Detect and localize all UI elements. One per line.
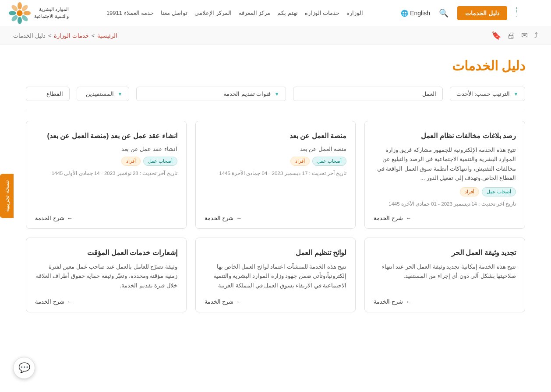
main-content: دليل الخدمات ▼ الترتيب حسب: الأحدث العمل…	[13, 45, 538, 330]
filter-channel[interactable]: ▼ قنوات تقديم الخدمة	[136, 87, 286, 101]
tag-individuals-3: أفراد	[121, 157, 141, 166]
nav-ministry[interactable]: الوزارة	[346, 10, 363, 16]
breadcrumb-home[interactable]: الرئيسية	[97, 32, 117, 39]
card-4-link[interactable]: ← شرح الخدمة	[374, 298, 411, 305]
main-nav: خدمة العملاء 19911 تواصل معنا المركز الإ…	[106, 10, 364, 16]
card-5-footer: ← شرح الخدمة	[205, 295, 347, 305]
nav-media[interactable]: المركز الإعلامي	[194, 10, 232, 16]
tag-employers-3: أصحاب عمل	[143, 157, 177, 166]
svg-point-6	[9, 11, 16, 15]
nav-ministry-services[interactable]: خدمات الوزارة	[305, 10, 340, 16]
tag-employers: أصحاب عمل	[482, 187, 516, 196]
arrow-icon-6: ←	[67, 298, 73, 305]
card-1: رصد بلاغات مخالفات نظام العمل تتيح هذه ا…	[364, 121, 525, 229]
card-6-title: إشعارات خدمات العمل المؤقت	[35, 248, 177, 258]
search-button[interactable]: 🔍	[439, 8, 449, 18]
card-3-tags: أصحاب عمل أفراد	[35, 157, 177, 166]
svg-point-8	[11, 4, 19, 12]
email-button[interactable]: ✉	[521, 31, 528, 40]
card-6-desc: وثيقة تصرّح للعامل بالعمل عند صاحب عمل م…	[35, 262, 177, 290]
breadcrumb-sep-2: >	[48, 32, 52, 39]
nav-customers[interactable]: خدمة العملاء 19911	[106, 10, 154, 16]
ministry-logo: الموارد البشرية والتنمية الاجتماعية	[9, 2, 69, 24]
card-3-footer: ← شرح الخدمة	[35, 211, 177, 221]
filter-sort[interactable]: ▼ الترتيب حسب: الأحدث	[450, 87, 525, 101]
svg-point-3	[17, 10, 22, 16]
card-1-footer: ← شرح الخدمة	[374, 211, 516, 221]
header-right: VISION 2030 KINGDOM OF SAUDI ARABIA دليل…	[401, 4, 542, 22]
card-2-subtitle: منصة العمل عن بعد	[205, 146, 347, 152]
side-tab[interactable]: نسخة تجريبية	[0, 174, 14, 218]
card-1-title: رصد بلاغات مخالفات نظام العمل	[374, 131, 516, 141]
card-2-date: تاريخ آخر تحديث : 17 ديسمبر 2023 - 04 جم…	[205, 170, 347, 176]
svg-point-5	[18, 17, 22, 24]
card-4-footer: ← شرح الخدمة	[374, 295, 516, 305]
guide-button[interactable]: دليل الخدمات	[457, 6, 507, 20]
card-4-desc: تتيح هذه الخدمة إمكانية تجديد وثيقة العم…	[374, 262, 516, 281]
toolbar: ⤴ ✉ 🖨 🔖	[491, 31, 538, 40]
share-button[interactable]: ⤴	[534, 31, 538, 40]
globe-icon: 🌐	[401, 10, 408, 17]
chevron-channel-icon: ▼	[274, 91, 279, 97]
breadcrumb-sep-1: >	[92, 32, 95, 39]
nav-contact[interactable]: تواصل معنا	[161, 10, 187, 16]
page-title: دليل الخدمات	[26, 58, 525, 74]
nav-knowledge[interactable]: مركز المعرفة	[239, 10, 271, 16]
arrow-icon-2: ←	[236, 215, 242, 221]
print-button[interactable]: 🖨	[507, 31, 515, 40]
card-6: إشعارات خدمات العمل المؤقت وثيقة تصرّح ل…	[26, 238, 187, 312]
card-1-tags: أصحاب عمل أفراد	[374, 187, 516, 196]
nav-care[interactable]: نهتم بكم	[277, 10, 298, 16]
card-4: تجديد وثيقة العمل الحر تتيح هذه الخدمة إ…	[364, 238, 525, 312]
svg-point-7	[23, 11, 31, 15]
svg-point-9	[21, 14, 29, 22]
card-6-footer: ← شرح الخدمة	[35, 295, 177, 305]
arrow-icon-4: ←	[406, 298, 411, 305]
card-5: لوائح تنظيم العمل تتيح هذه الخدمة للمنشآ…	[195, 238, 356, 312]
card-2-tags: أصحاب عمل أفراد	[205, 157, 347, 166]
card-2-footer: ← شرح الخدمة	[205, 211, 347, 221]
card-2: منصة العمل عن بعد منصة العمل عن بعد أصحا…	[195, 121, 356, 229]
vision-logo: VISION 2030 KINGDOM OF SAUDI ARABIA	[516, 4, 542, 22]
card-2-link[interactable]: ← شرح الخدمة	[205, 215, 242, 221]
card-2-title: منصة العمل عن بعد	[205, 131, 347, 141]
arrow-icon: ←	[406, 215, 411, 221]
card-5-title: لوائح تنظيم العمل	[205, 248, 347, 258]
card-6-link[interactable]: ← شرح الخدمة	[35, 298, 73, 305]
card-1-desc: تتيح هذه الخدمة الإلكترونية للجمهور مشار…	[374, 146, 516, 183]
svg-text:KINGDOM OF SAUDI ARABIA: KINGDOM OF SAUDI ARABIA	[516, 15, 517, 17]
cards-grid: رصد بلاغات مخالفات نظام العمل تتيح هذه ا…	[26, 121, 525, 312]
card-1-date: تاريخ آخر تحديث : 14 ديسمبر 2023 - 01 جم…	[374, 201, 516, 207]
bookmark-button[interactable]: 🔖	[491, 31, 501, 40]
card-3: انشاء عقد عمل عن بعد (منصة العمل عن بعد)…	[26, 121, 187, 229]
svg-point-11	[11, 14, 19, 22]
breadcrumb-current: دليل الخدمات	[13, 32, 46, 39]
tag-employers-2: أصحاب عمل	[312, 157, 346, 166]
tag-individuals-2: أفراد	[290, 157, 310, 166]
filter-work[interactable]: العمل	[293, 87, 443, 101]
chevron-beneficiary-icon: ▼	[117, 91, 123, 97]
svg-point-10	[21, 4, 29, 12]
chevron-sort-icon: ▼	[513, 91, 519, 97]
header: VISION 2030 KINGDOM OF SAUDI ARABIA دليل…	[0, 0, 551, 26]
card-3-title: انشاء عقد عمل عن بعد (منصة العمل عن بعد)	[35, 131, 177, 141]
tag-individuals: أفراد	[460, 187, 479, 196]
card-4-title: تجديد وثيقة العمل الحر	[374, 248, 516, 258]
breadcrumb-ministry-services[interactable]: خدمات الوزارة	[54, 32, 89, 39]
breadcrumb: الرئيسية > خدمات الوزارة > دليل الخدمات	[13, 32, 117, 39]
arrow-icon-5: ←	[236, 298, 242, 305]
card-5-link[interactable]: ← شرح الخدمة	[205, 298, 242, 305]
card-1-link[interactable]: ← شرح الخدمة	[374, 215, 411, 221]
arrow-icon-3: ←	[67, 215, 73, 221]
card-5-desc: تتيح هذه الخدمة للمنشآت اعتماد لوائح الع…	[205, 262, 347, 290]
svg-text:2030: 2030	[516, 8, 517, 14]
divider	[26, 110, 525, 110]
filter-sector[interactable]: القطاع	[26, 87, 70, 101]
filter-beneficiary[interactable]: ▼ المستفيدين	[77, 87, 129, 101]
language-button[interactable]: English 🌐	[401, 10, 430, 17]
filters-row: ▼ الترتيب حسب: الأحدث العمل ▼ قنوات تقدي…	[26, 87, 525, 101]
breadcrumb-bar: ⤴ ✉ 🖨 🔖 الرئيسية > خدمات الوزارة > دليل …	[0, 26, 551, 45]
card-3-date: تاريخ آخر تحديث : 28 نوفمبر 2023 - 14 جم…	[35, 170, 177, 176]
card-3-subtitle: انشاء عقد عمل عن بعد	[35, 146, 177, 152]
card-3-link[interactable]: ← شرح الخدمة	[35, 215, 73, 221]
